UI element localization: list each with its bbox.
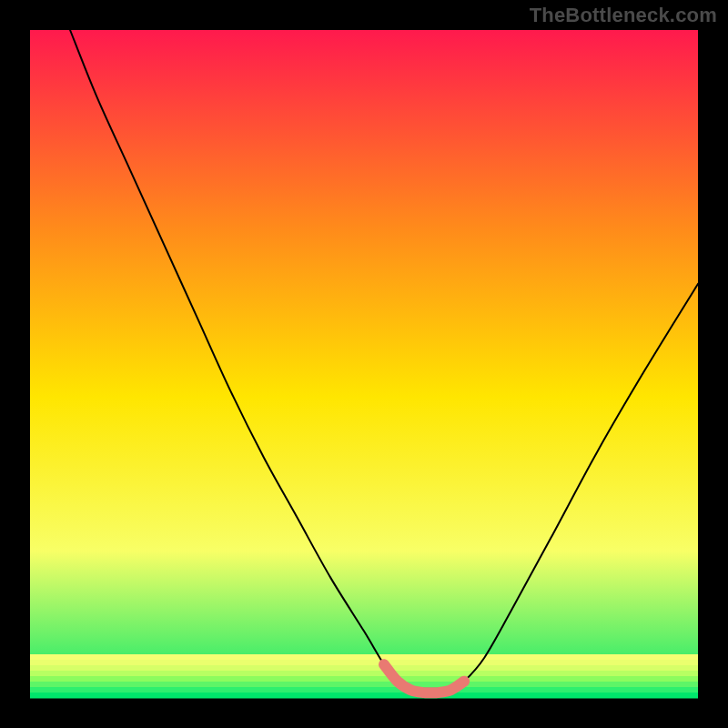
stripe: [30, 671, 698, 677]
stripe: [30, 654, 698, 661]
stripe: [30, 682, 698, 688]
bottom-stripes: [30, 654, 698, 699]
plot-background: [30, 30, 698, 698]
stripe: [30, 693, 698, 699]
stripe: [30, 660, 698, 666]
watermark-text: TheBottleneck.com: [530, 4, 717, 27]
stripe: [30, 687, 698, 693]
stripe: [30, 665, 698, 672]
stripe: [30, 676, 698, 682]
chart-frame: TheBottleneck.com: [0, 0, 728, 728]
bottleneck-chart: [0, 0, 728, 728]
